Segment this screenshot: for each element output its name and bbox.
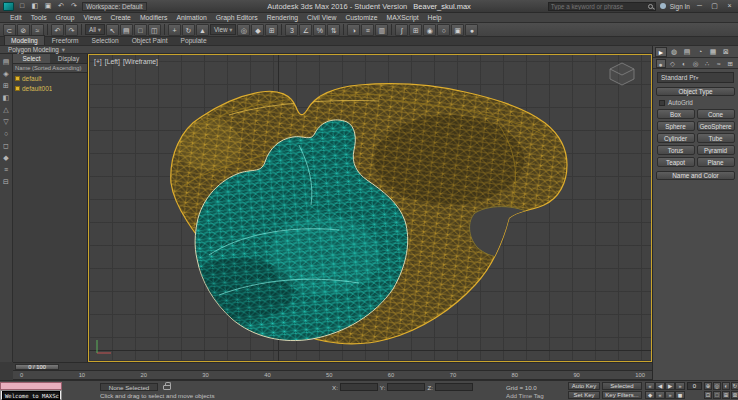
systems-icon[interactable]: ⊞ bbox=[725, 59, 735, 68]
current-frame-field[interactable]: 0 bbox=[687, 382, 702, 390]
track-bar[interactable]: 0 10 20 30 40 50 60 70 80 90 100 bbox=[13, 371, 652, 380]
menu-create[interactable]: Create bbox=[107, 13, 135, 22]
angle-snap-icon[interactable]: ∠ bbox=[299, 24, 312, 36]
menu-views[interactable]: Views bbox=[79, 13, 105, 22]
primitive-category-dropdown[interactable]: Standard Primitives ▾ bbox=[657, 72, 734, 83]
viewport-left-wireframe[interactable]: [+] [Left] [Wireframe] bbox=[88, 54, 652, 362]
keyboard-override-icon[interactable]: ⊞ bbox=[265, 24, 278, 36]
prev-frame-icon[interactable]: ◀ bbox=[655, 382, 665, 390]
chevron-down-icon[interactable]: ▾ bbox=[62, 46, 65, 54]
align-icon[interactable]: ≡ bbox=[361, 24, 374, 36]
search-input[interactable] bbox=[551, 3, 646, 10]
prev-key-icon[interactable]: « bbox=[655, 391, 665, 399]
menu-animation[interactable]: Animation bbox=[172, 13, 210, 22]
dock-tool-7-icon[interactable]: ○ bbox=[1, 128, 12, 139]
zoom-extents-icon[interactable]: ◐ bbox=[722, 382, 730, 390]
plane-button[interactable]: Plane bbox=[697, 157, 735, 167]
add-time-tag[interactable]: Add Time Tag bbox=[506, 392, 544, 399]
menu-modifiers[interactable]: Modifiers bbox=[136, 13, 172, 22]
auto-key-button[interactable]: Auto Key bbox=[568, 382, 600, 390]
motion-tab-icon[interactable]: ◔ bbox=[694, 47, 706, 57]
dock-tool-9-icon[interactable]: ◆ bbox=[1, 152, 12, 163]
unlink-selection-icon[interactable]: ⊘ bbox=[17, 24, 30, 36]
time-slider[interactable]: 0 / 100 bbox=[13, 362, 652, 371]
dock-tool-1-icon[interactable]: ▤ bbox=[1, 56, 12, 67]
select-by-name-icon[interactable]: ▤ bbox=[120, 24, 133, 36]
menu-graph-editors[interactable]: Graph Editors bbox=[212, 13, 262, 22]
search-box[interactable] bbox=[548, 2, 656, 11]
close-button[interactable]: × bbox=[724, 1, 735, 11]
dock-tool-10-icon[interactable]: ≡ bbox=[1, 164, 12, 175]
pyramid-button[interactable]: Pyramid bbox=[697, 145, 735, 155]
orbit-icon[interactable]: ↻ bbox=[731, 382, 738, 390]
ribbon-tab-modeling[interactable]: Modeling bbox=[4, 35, 45, 45]
zoom-region-icon[interactable]: ⊡ bbox=[704, 391, 712, 399]
geometry-icon[interactable]: ● bbox=[656, 59, 666, 68]
teapot-button[interactable]: Teapot bbox=[657, 157, 695, 167]
search-icon[interactable] bbox=[648, 4, 653, 9]
box-button[interactable]: Box bbox=[657, 109, 695, 119]
rendered-frame-icon[interactable]: ▣ bbox=[451, 24, 464, 36]
polygon-modeling-panel[interactable]: Polygon Modeling bbox=[8, 46, 59, 53]
schematic-view-icon[interactable]: ⊞ bbox=[409, 24, 422, 36]
shapes-icon[interactable]: ◇ bbox=[668, 59, 678, 68]
tab-select[interactable]: Select bbox=[13, 54, 50, 63]
key-filters-button[interactable]: Key Filters... bbox=[602, 391, 642, 399]
bind-spacewarp-icon[interactable]: ≈ bbox=[31, 24, 44, 36]
display-tab-icon[interactable]: ▦ bbox=[707, 47, 719, 57]
autogrid-checkbox[interactable] bbox=[659, 100, 665, 106]
render-setup-icon[interactable]: ○ bbox=[437, 24, 450, 36]
key-mode-icon[interactable]: ◆ bbox=[645, 391, 655, 399]
redo-icon[interactable]: ↷ bbox=[65, 24, 78, 36]
select-move-icon[interactable]: + bbox=[168, 24, 181, 36]
selection-set-dropdown[interactable]: Selected bbox=[602, 382, 642, 390]
geosphere-button[interactable]: GeoSphere bbox=[697, 121, 735, 131]
cone-button[interactable]: Cone bbox=[697, 109, 735, 119]
redo-icon[interactable]: ↷ bbox=[69, 1, 79, 11]
dock-tool-3-icon[interactable]: ⊞ bbox=[1, 80, 12, 91]
select-object-icon[interactable]: ↖ bbox=[106, 24, 119, 36]
dock-tool-5-icon[interactable]: △ bbox=[1, 104, 12, 115]
viewcube[interactable] bbox=[607, 61, 637, 87]
sphere-button[interactable]: Sphere bbox=[657, 121, 695, 131]
maxscript-mini-listener-pink[interactable] bbox=[0, 382, 62, 390]
dock-tool-8-icon[interactable]: ◻ bbox=[1, 140, 12, 151]
coord-x-field[interactable] bbox=[340, 383, 378, 391]
undo-icon[interactable]: ↶ bbox=[51, 24, 64, 36]
viewport-pov-button[interactable]: [Left] bbox=[105, 58, 120, 65]
menu-edit[interactable]: Edit bbox=[6, 13, 26, 22]
material-editor-icon[interactable]: ◉ bbox=[423, 24, 436, 36]
ribbon-tab-selection[interactable]: Selection bbox=[86, 36, 125, 45]
menu-customize[interactable]: Customize bbox=[341, 13, 381, 22]
menu-maxscript[interactable]: MAXScript bbox=[382, 13, 422, 22]
dock-tool-11-icon[interactable]: ⊟ bbox=[1, 176, 12, 187]
menu-group[interactable]: Group bbox=[52, 13, 79, 22]
utilities-tab-icon[interactable]: ⊠ bbox=[720, 47, 732, 57]
new-scene-icon[interactable]: □ bbox=[17, 1, 27, 11]
modify-tab-icon[interactable]: ◍ bbox=[668, 47, 680, 57]
cylinder-button[interactable]: Cylinder bbox=[657, 133, 695, 143]
list-item[interactable]: default001 bbox=[13, 83, 87, 93]
tab-display[interactable]: Display bbox=[50, 54, 87, 63]
go-end-icon[interactable]: » bbox=[675, 382, 685, 390]
snap-toggle-icon[interactable]: 3 bbox=[285, 24, 298, 36]
field-of-view-icon[interactable]: ⊞ bbox=[722, 391, 730, 399]
select-link-icon[interactable]: ⊂ bbox=[3, 24, 16, 36]
ribbon-tab-populate[interactable]: Populate bbox=[175, 36, 213, 45]
zoom-icon[interactable]: ⊕ bbox=[704, 382, 712, 390]
select-rotate-icon[interactable]: ↻ bbox=[182, 24, 195, 36]
zoom-all-icon[interactable]: ◎ bbox=[713, 382, 721, 390]
undo-icon[interactable]: ↶ bbox=[56, 1, 66, 11]
spacewarps-icon[interactable]: ≈ bbox=[714, 59, 724, 68]
dock-tool-2-icon[interactable]: ◈ bbox=[1, 68, 12, 79]
select-scale-icon[interactable]: ▲ bbox=[196, 24, 209, 36]
rollout-name-and-color[interactable]: Name and Color bbox=[656, 171, 735, 180]
curve-editor-icon[interactable]: ∫ bbox=[395, 24, 408, 36]
layer-manager-icon[interactable]: ▥ bbox=[375, 24, 388, 36]
dock-tool-6-icon[interactable]: ▽ bbox=[1, 116, 12, 127]
viewport-shading-button[interactable]: [Wireframe] bbox=[123, 58, 158, 65]
selection-filter-dropdown[interactable]: All ▾ bbox=[85, 24, 105, 35]
hierarchy-tab-icon[interactable]: ▤ bbox=[681, 47, 693, 57]
set-key-button[interactable]: Set Key bbox=[568, 391, 600, 399]
3dsmax-logo-icon[interactable] bbox=[3, 2, 14, 11]
